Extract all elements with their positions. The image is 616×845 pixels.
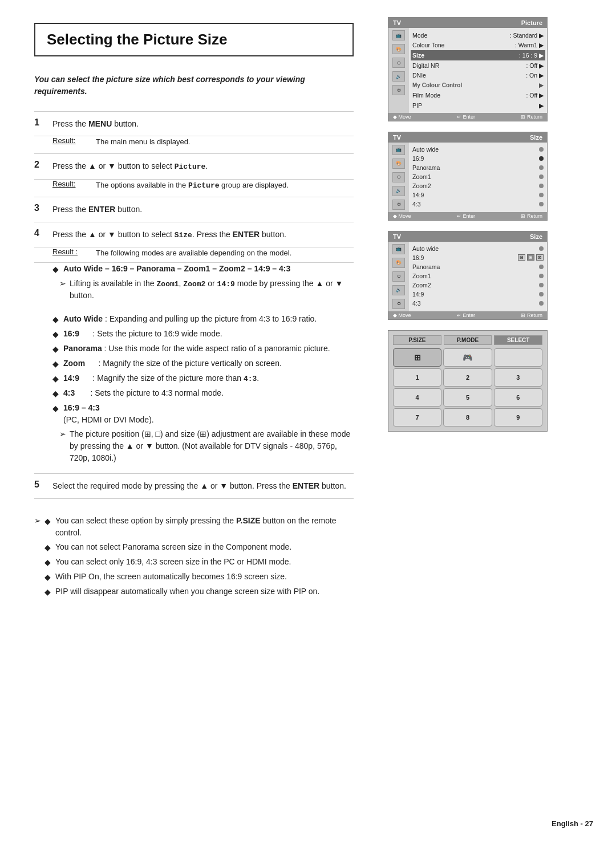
tv-icons-2: 📺 🎨 ⊙ 🔊 ⚙	[388, 143, 409, 212]
main-content: Selecting the Picture Size You can selec…	[0, 0, 376, 845]
step-5-content: Select the required mode by pressing the…	[48, 474, 354, 498]
size2-row-zoom2: Zoom2	[412, 281, 544, 290]
tv-widget-1-title: Picture	[521, 19, 542, 26]
step-4-row: 4 Press the ▲ or ▼ button to select Size…	[34, 222, 354, 247]
dot-43	[539, 202, 544, 206]
step-1-row: 1 Press the MENU button.	[34, 112, 354, 136]
step-5-row: 5 Select the required mode by pressing t…	[34, 474, 354, 498]
step-4-num: 4	[34, 222, 48, 247]
step-2-content: Press the ▲ or ▼ button to select Pictur…	[48, 153, 354, 179]
title-box: Selecting the Picture Size	[34, 23, 354, 56]
psize-btn-3[interactable]: 3	[494, 368, 542, 387]
size2-row-149: 14:9	[412, 290, 544, 299]
psize-btn-6[interactable]: 6	[494, 388, 542, 407]
tv-menu-3: Auto wide 16:9 ⊟ ⊞ ⊠ Panorama	[409, 242, 547, 311]
step4-item-149: ◆ 14:9 : Magnify the size of the picture…	[52, 372, 354, 385]
psize-btn-remote[interactable]: 🎮	[443, 348, 492, 367]
note-2: ◆ You can not select Panorama screen siz…	[44, 541, 354, 554]
step-2-row: 2 Press the ▲ or ▼ button to select Pict…	[34, 153, 354, 179]
tv-icon-3-4: 🔊	[392, 285, 405, 295]
dot2-149	[539, 292, 544, 296]
tv-row-dnie: DNIe: On ▶	[412, 71, 544, 81]
tv-widget-2-footer: ◆ Move ↵ Enter ⊞ Return	[388, 212, 547, 220]
step-3-keyword: ENTER	[88, 205, 115, 214]
step4-arrow-1: ➢ Lifting is available in the Zoom1, Zoo…	[59, 278, 354, 302]
step4-item-zoom: ◆ Zoom : Magnify the size of the picture…	[52, 358, 354, 370]
psize-row-123: 1 2 3	[393, 368, 542, 387]
psize-row-789: 7 8 9	[393, 408, 542, 426]
footer-return-2: ⊞ Return	[521, 213, 542, 219]
dot2-43	[539, 301, 544, 306]
tv-widget-1-footer: ◆ Move ↵ Enter ⊞ Return	[388, 113, 547, 121]
note-psize: ➢ ◆ You can select these option by simpl…	[34, 515, 354, 600]
tv-icon-3-2: 🎨	[392, 258, 405, 268]
page-footer: English - 27	[552, 819, 593, 828]
tv-icon-4: 🔊	[392, 71, 405, 82]
step-2-result-row: Result: The options available in the Pic…	[34, 179, 354, 197]
step-4-content: Press the ▲ or ▼ button to select Size. …	[48, 222, 354, 247]
tv-icon-2: 🎨	[392, 44, 405, 54]
psize-btn-expand[interactable]: ⊞	[393, 348, 441, 367]
step-3-num: 3	[34, 197, 48, 222]
psize-widget: P.SIZE P.MODE SELECT ⊞ 🎮 1 2	[388, 330, 548, 432]
dot-autowide	[539, 147, 544, 152]
size-row-149: 14:9	[412, 190, 544, 200]
dot2-autowide	[539, 246, 544, 251]
psize-header-select: SELECT	[494, 335, 542, 345]
size-row-169: 16:9	[412, 154, 544, 163]
footer-enter-3: ↵ Enter	[457, 312, 475, 318]
note-3: ◆ You can select only 16:9, 4:3 screen s…	[44, 556, 354, 568]
psize-grid: ⊞ 🎮 1 2 3 4 5 6	[393, 348, 542, 426]
step-2-num: 2	[34, 153, 48, 179]
tv-icon-2-2: 🎨	[392, 159, 405, 169]
step-1-result-text: The main menu is displayed.	[96, 136, 190, 148]
note-1: ◆ You can select these option by simply …	[44, 515, 354, 539]
psize-btn-2[interactable]: 2	[443, 368, 492, 387]
page-container: Selecting the Picture Size You can selec…	[0, 0, 616, 845]
tv-row-colourtone: Colour Tone: Warm1 ▶	[412, 40, 544, 51]
tv-widget-3-label: TV	[393, 233, 401, 240]
sidebar: TV Picture 📺 🎨 ⊙ 🔊 ⚙ Mode: Standard ▶ Co…	[376, 0, 570, 845]
size2-row-panorama: Panorama	[412, 262, 544, 271]
step4-item-panorama: ◆ Panorama : Use this mode for the wide …	[52, 343, 354, 355]
note-4: ◆ With PIP On, the screen automatically …	[44, 571, 354, 583]
psize-btn-4[interactable]: 4	[393, 388, 441, 407]
note-5: ◆ PIP will disappear automatically when …	[44, 586, 354, 598]
step4-item-autowid: ◆ Auto Wide : Expanding and pulling up t…	[52, 313, 354, 326]
dot-panorama	[539, 165, 544, 170]
step-2-keyword: Picture	[175, 162, 206, 171]
size-row-panorama: Panorama	[412, 163, 544, 172]
dot-zoom2	[539, 184, 544, 188]
tv-widget-3-footer: ◆ Move ↵ Enter ⊞ Return	[388, 311, 547, 319]
dot2-panorama	[539, 265, 544, 269]
psize-row-icons: ⊞ 🎮	[393, 348, 542, 367]
step-5-num: 5	[34, 474, 48, 498]
size-row-43: 4:3	[412, 200, 544, 209]
step-1-result-label: Result:	[52, 136, 87, 148]
step4-bullet-1: ◆ Auto Wide – 16:9 – Panorama – Zoom1 – …	[52, 263, 354, 275]
size2-row-169: 16:9 ⊟ ⊞ ⊠	[412, 253, 544, 262]
tv-row-size: Size: 16 : 9 ▶	[411, 50, 545, 60]
tv-row-mycolour: My Colour Control▶	[412, 80, 544, 90]
tv-widget-size-1: TV Size 📺 🎨 ⊙ 🔊 ⚙ Auto wide 16:9	[388, 132, 548, 221]
page-title: Selecting the Picture Size	[47, 31, 227, 48]
psize-btn-5[interactable]: 5	[443, 388, 492, 407]
size-row-zoom1: Zoom1	[412, 172, 544, 181]
step-4-result-row: Result : The following modes are availab…	[34, 247, 354, 263]
size-row-autowide: Auto wide	[412, 145, 544, 154]
expand-icon: ⊞	[414, 353, 421, 362]
psize-btn-8[interactable]: 8	[443, 408, 492, 426]
step4-pc-sub: ➢ The picture position (⊞, □) and size (…	[59, 428, 354, 464]
step4-item-169: ◆ 16:9 : Sets the picture to 16:9 wide m…	[52, 328, 354, 340]
tv-icons-1: 📺 🎨 ⊙ 🔊 ⚙	[388, 28, 409, 113]
footer-text: English - 27	[552, 819, 593, 828]
psize-btn-9[interactable]: 9	[494, 408, 542, 426]
psize-header-psize: P.SIZE	[393, 335, 441, 345]
tv-menu-2: Auto wide 16:9 Panorama Zoom1 Zoom2	[409, 143, 547, 212]
tv-row-pip: PIP▶	[412, 100, 544, 111]
footer-move-1: ◆ Move	[393, 114, 411, 120]
tv-icon-2-4: 🔊	[392, 186, 405, 196]
step4-item-43: ◆ 4:3 : Sets the picture to 4:3 normal m…	[52, 387, 354, 400]
psize-btn-7[interactable]: 7	[393, 408, 441, 426]
psize-btn-1[interactable]: 1	[393, 368, 441, 387]
